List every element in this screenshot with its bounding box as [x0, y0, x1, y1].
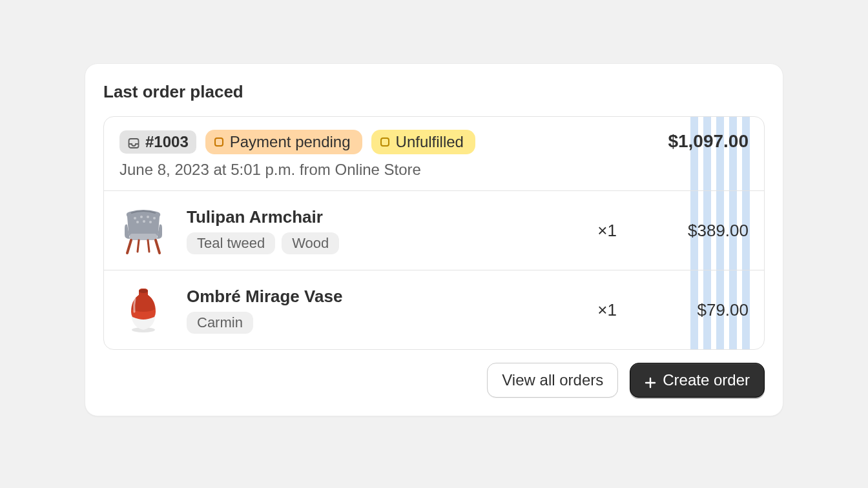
create-order-button[interactable]: Create order	[630, 363, 765, 398]
svg-point-10	[139, 289, 148, 293]
card-actions: View all orders Create order	[103, 363, 765, 398]
order-box: #1003 Payment pending Unfulfilled June 8…	[103, 116, 765, 350]
button-label: View all orders	[502, 371, 603, 389]
fulfillment-status-badge: Unfulfilled	[371, 130, 475, 154]
button-label: Create order	[663, 371, 750, 389]
order-meta: June 8, 2023 at 5:01 p.m. from Online St…	[119, 161, 475, 179]
product-thumbnail	[116, 282, 171, 338]
product-thumbnail	[116, 203, 171, 258]
item-name: Ombré Mirage Vase	[187, 287, 550, 307]
item-quantity: ×1	[565, 221, 617, 241]
order-total: $1,097.00	[668, 130, 749, 152]
payment-status-badge: Payment pending	[205, 130, 362, 154]
inbox-icon	[127, 136, 140, 148]
last-order-card: Last order placed #1003	[85, 63, 783, 416]
line-item: Tulipan Armchair Teal tweed Wood ×1 $389…	[104, 190, 764, 270]
svg-point-5	[136, 221, 139, 223]
view-all-orders-button[interactable]: View all orders	[487, 363, 618, 398]
card-title: Last order placed	[103, 82, 765, 102]
plus-icon	[645, 374, 656, 386]
order-id-text: #1003	[145, 133, 189, 151]
svg-point-4	[153, 217, 156, 219]
line-item: Ombré Mirage Vase Carmin ×1 $79.00	[104, 270, 764, 349]
svg-point-7	[149, 221, 152, 223]
order-header: #1003 Payment pending Unfulfilled June 8…	[104, 117, 764, 190]
svg-point-3	[147, 216, 149, 218]
svg-rect-8	[130, 234, 157, 240]
order-id-badge[interactable]: #1003	[119, 130, 196, 154]
svg-point-2	[140, 216, 143, 218]
variant-pill: Wood	[282, 232, 339, 254]
item-name: Tulipan Armchair	[187, 207, 550, 227]
item-quantity: ×1	[565, 300, 617, 320]
svg-point-6	[143, 220, 145, 223]
variant-pill: Teal tweed	[187, 232, 275, 254]
svg-point-1	[134, 217, 136, 219]
payment-status-text: Payment pending	[230, 133, 351, 151]
fulfillment-status-text: Unfulfilled	[396, 133, 464, 151]
item-price: $79.00	[632, 300, 749, 320]
variant-pill: Carmin	[187, 312, 253, 334]
item-price: $389.00	[632, 221, 749, 241]
